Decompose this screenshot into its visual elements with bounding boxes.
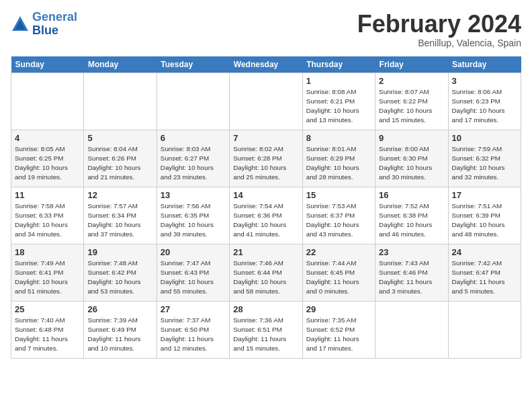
day-info: Sunrise: 7:57 AM Sunset: 6:34 PM Dayligh… (87, 201, 152, 240)
calendar-cell: 14Sunrise: 7:54 AM Sunset: 6:36 PM Dayli… (230, 187, 302, 244)
calendar-cell: 12Sunrise: 7:57 AM Sunset: 6:34 PM Dayli… (84, 187, 157, 244)
week-row-4: 18Sunrise: 7:49 AM Sunset: 6:41 PM Dayli… (11, 244, 521, 301)
day-info: Sunrise: 7:53 AM Sunset: 6:37 PM Dayligh… (306, 201, 371, 240)
day-info: Sunrise: 8:03 AM Sunset: 6:27 PM Dayligh… (161, 144, 226, 183)
day-number: 21 (233, 247, 298, 257)
day-info: Sunrise: 7:49 AM Sunset: 6:41 PM Dayligh… (15, 259, 80, 297)
day-number: 16 (379, 190, 444, 200)
calendar-cell: 21Sunrise: 7:46 AM Sunset: 6:44 PM Dayli… (230, 244, 302, 301)
calendar-cell: 20Sunrise: 7:47 AM Sunset: 6:43 PM Dayli… (157, 244, 229, 301)
calendar-cell: 2Sunrise: 8:07 AM Sunset: 6:22 PM Daylig… (375, 73, 448, 130)
day-info: Sunrise: 7:54 AM Sunset: 6:36 PM Dayligh… (233, 201, 298, 240)
calendar-cell: 11Sunrise: 7:58 AM Sunset: 6:33 PM Dayli… (11, 187, 84, 244)
day-info: Sunrise: 7:48 AM Sunset: 6:42 PM Dayligh… (87, 259, 152, 297)
weekday-header-wednesday: Wednesday (230, 56, 302, 73)
day-info: Sunrise: 7:43 AM Sunset: 6:46 PM Dayligh… (379, 259, 444, 297)
calendar-cell: 10Sunrise: 7:59 AM Sunset: 6:32 PM Dayli… (448, 130, 521, 187)
day-info: Sunrise: 7:35 AM Sunset: 6:52 PM Dayligh… (306, 316, 371, 354)
day-info: Sunrise: 8:08 AM Sunset: 6:21 PM Dayligh… (306, 87, 371, 126)
weekday-header-saturday: Saturday (448, 56, 521, 73)
weekday-header-friday: Friday (375, 56, 448, 73)
day-info: Sunrise: 7:44 AM Sunset: 6:45 PM Dayligh… (306, 259, 371, 297)
day-info: Sunrise: 7:46 AM Sunset: 6:44 PM Dayligh… (233, 259, 298, 297)
weekday-header-monday: Monday (84, 56, 157, 73)
logo-icon (11, 15, 30, 34)
day-number: 8 (306, 133, 371, 143)
day-number: 23 (379, 247, 444, 257)
calendar-cell (230, 73, 302, 130)
month-title: February 2024 (357, 11, 521, 38)
day-info: Sunrise: 8:07 AM Sunset: 6:22 PM Dayligh… (379, 87, 444, 126)
day-number: 3 (452, 76, 517, 86)
calendar-cell (448, 301, 521, 358)
calendar-cell: 25Sunrise: 7:40 AM Sunset: 6:48 PM Dayli… (11, 301, 84, 358)
day-number: 15 (306, 190, 371, 200)
calendar-cell: 23Sunrise: 7:43 AM Sunset: 6:46 PM Dayli… (375, 244, 448, 301)
calendar-cell: 3Sunrise: 8:06 AM Sunset: 6:23 PM Daylig… (448, 73, 521, 130)
logo: GeneralBlue (11, 11, 77, 38)
day-info: Sunrise: 8:02 AM Sunset: 6:28 PM Dayligh… (233, 144, 298, 183)
day-info: Sunrise: 7:56 AM Sunset: 6:35 PM Dayligh… (161, 201, 226, 240)
calendar-cell: 13Sunrise: 7:56 AM Sunset: 6:35 PM Dayli… (157, 187, 229, 244)
day-number: 10 (452, 133, 517, 143)
calendar-cell: 9Sunrise: 8:00 AM Sunset: 6:30 PM Daylig… (375, 130, 448, 187)
calendar-cell: 19Sunrise: 7:48 AM Sunset: 6:42 PM Dayli… (84, 244, 157, 301)
calendar-cell (11, 73, 84, 130)
day-info: Sunrise: 8:00 AM Sunset: 6:30 PM Dayligh… (379, 144, 444, 183)
calendar-cell: 8Sunrise: 8:01 AM Sunset: 6:29 PM Daylig… (302, 130, 375, 187)
day-info: Sunrise: 7:47 AM Sunset: 6:43 PM Dayligh… (161, 259, 226, 297)
day-number: 24 (452, 247, 517, 257)
day-number: 9 (379, 133, 444, 143)
calendar-cell: 24Sunrise: 7:42 AM Sunset: 6:47 PM Dayli… (448, 244, 521, 301)
day-number: 17 (452, 190, 517, 200)
calendar-cell: 27Sunrise: 7:37 AM Sunset: 6:50 PM Dayli… (157, 301, 229, 358)
calendar-cell: 15Sunrise: 7:53 AM Sunset: 6:37 PM Dayli… (302, 187, 375, 244)
day-number: 27 (161, 304, 226, 314)
day-number: 20 (161, 247, 226, 257)
weekday-header-row: SundayMondayTuesdayWednesdayThursdayFrid… (11, 56, 521, 73)
day-number: 25 (15, 304, 80, 314)
calendar-cell: 18Sunrise: 7:49 AM Sunset: 6:41 PM Dayli… (11, 244, 84, 301)
day-number: 28 (233, 304, 298, 314)
day-info: Sunrise: 7:59 AM Sunset: 6:32 PM Dayligh… (452, 144, 517, 183)
day-number: 11 (15, 190, 80, 200)
calendar-cell (84, 73, 157, 130)
day-info: Sunrise: 8:06 AM Sunset: 6:23 PM Dayligh… (452, 87, 517, 126)
calendar-table: SundayMondayTuesdayWednesdayThursdayFrid… (11, 56, 521, 359)
day-info: Sunrise: 8:01 AM Sunset: 6:29 PM Dayligh… (306, 144, 371, 183)
day-number: 5 (87, 133, 152, 143)
day-info: Sunrise: 7:37 AM Sunset: 6:50 PM Dayligh… (161, 316, 226, 354)
day-number: 18 (15, 247, 80, 257)
day-number: 2 (379, 76, 444, 86)
calendar-cell: 1Sunrise: 8:08 AM Sunset: 6:21 PM Daylig… (302, 73, 375, 130)
day-number: 29 (306, 304, 371, 314)
weekday-header-tuesday: Tuesday (157, 56, 229, 73)
day-info: Sunrise: 7:58 AM Sunset: 6:33 PM Dayligh… (15, 201, 80, 240)
day-info: Sunrise: 8:04 AM Sunset: 6:26 PM Dayligh… (87, 144, 152, 183)
day-number: 14 (233, 190, 298, 200)
calendar-cell: 4Sunrise: 8:05 AM Sunset: 6:25 PM Daylig… (11, 130, 84, 187)
day-number: 6 (161, 133, 226, 143)
day-number: 26 (87, 304, 152, 314)
calendar-cell (157, 73, 229, 130)
day-number: 1 (306, 76, 371, 86)
calendar-cell: 22Sunrise: 7:44 AM Sunset: 6:45 PM Dayli… (302, 244, 375, 301)
day-info: Sunrise: 7:39 AM Sunset: 6:49 PM Dayligh… (87, 316, 152, 354)
calendar-cell: 17Sunrise: 7:51 AM Sunset: 6:39 PM Dayli… (448, 187, 521, 244)
weekday-header-sunday: Sunday (11, 56, 84, 73)
day-number: 7 (233, 133, 298, 143)
calendar-cell: 5Sunrise: 8:04 AM Sunset: 6:26 PM Daylig… (84, 130, 157, 187)
calendar-cell: 6Sunrise: 8:03 AM Sunset: 6:27 PM Daylig… (157, 130, 229, 187)
day-info: Sunrise: 7:42 AM Sunset: 6:47 PM Dayligh… (452, 259, 517, 297)
calendar-cell: 16Sunrise: 7:52 AM Sunset: 6:38 PM Dayli… (375, 187, 448, 244)
logo-text: GeneralBlue (32, 11, 77, 38)
day-number: 12 (87, 190, 152, 200)
calendar-cell: 7Sunrise: 8:02 AM Sunset: 6:28 PM Daylig… (230, 130, 302, 187)
day-number: 13 (161, 190, 226, 200)
calendar-cell: 28Sunrise: 7:36 AM Sunset: 6:51 PM Dayli… (230, 301, 302, 358)
calendar-cell: 29Sunrise: 7:35 AM Sunset: 6:52 PM Dayli… (302, 301, 375, 358)
week-row-3: 11Sunrise: 7:58 AM Sunset: 6:33 PM Dayli… (11, 187, 521, 244)
calendar-cell (375, 301, 448, 358)
day-info: Sunrise: 7:40 AM Sunset: 6:48 PM Dayligh… (15, 316, 80, 354)
day-info: Sunrise: 7:36 AM Sunset: 6:51 PM Dayligh… (233, 316, 298, 354)
